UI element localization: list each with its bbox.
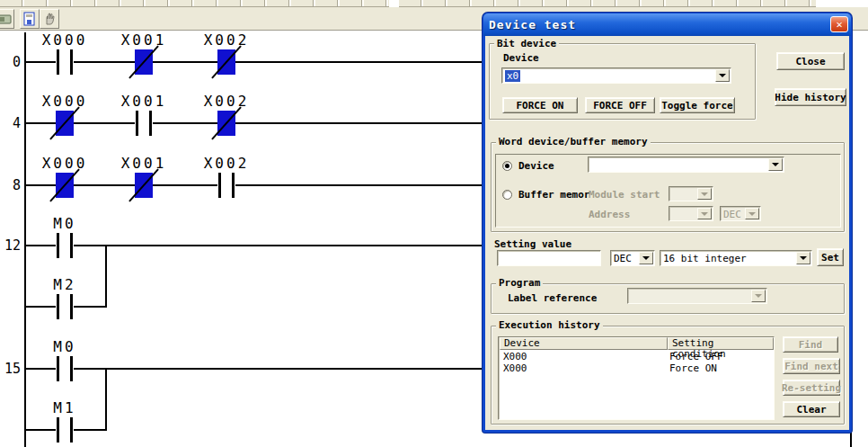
device-test-dialog: Device test ✕ Bit device Device x0 FORCE…: [483, 13, 852, 433]
buffer-memory-radio[interactable]: [502, 190, 512, 200]
contact-label-m0: M0: [31, 217, 99, 231]
module-start-label: Module start: [589, 189, 660, 201]
contact-label-x001: X001: [110, 156, 178, 171]
buffer-memory-radio-label: Buffer memor: [518, 189, 589, 201]
contact-label-x002: X002: [192, 33, 261, 48]
rung-number-0: 0: [0, 54, 21, 70]
branch-vertical-15: [105, 368, 107, 431]
contact-label-m0: M0: [31, 340, 99, 354]
contact-label-x000: X000: [31, 94, 99, 109]
contact-label-x002: X002: [192, 94, 261, 109]
close-button[interactable]: Close: [776, 52, 845, 70]
contact-bar: [70, 417, 73, 443]
execution-history-rows: X000Force OFFX000Force ON: [500, 351, 773, 418]
setting-dec-value: DEC: [614, 253, 632, 264]
contact-x001[interactable]: [135, 111, 153, 136]
close-icon[interactable]: ✕: [830, 16, 848, 32]
column-header-device[interactable]: Device: [500, 337, 668, 350]
dialog-title: Device test: [483, 18, 576, 31]
contact-bar: [70, 233, 73, 258]
contact-bar: [57, 49, 59, 75]
contact-m1[interactable]: [56, 417, 74, 443]
contact-bar: [232, 173, 235, 198]
find-next-button[interactable]: Find next: [783, 358, 840, 374]
contact-x001-forced[interactable]: [135, 49, 153, 75]
dialog-titlebar[interactable]: Device test: [483, 13, 851, 36]
execution-history-legend: Execution history: [496, 319, 603, 331]
contact-m0[interactable]: [56, 233, 74, 258]
row-setting-condition: Force OFF: [669, 351, 723, 362]
word-device-legend: Word device/buffer memory: [496, 136, 651, 148]
address-dec-value: DEC: [723, 209, 741, 220]
resetting-button[interactable]: Re-setting: [783, 380, 840, 396]
rung-number-15: 15: [0, 361, 21, 377]
rung-number-12: 12: [0, 237, 21, 254]
contact-label-m1: M1: [31, 401, 99, 416]
clear-button[interactable]: Clear: [783, 401, 840, 417]
contact-bar: [57, 417, 59, 443]
bit-device-value: x0: [505, 70, 520, 82]
bit-device-combobox[interactable]: x0: [501, 67, 731, 84]
contact-bar: [136, 111, 138, 136]
bit-device-legend: Bit device: [494, 38, 559, 49]
chevron-down-icon[interactable]: [715, 69, 730, 82]
row-device: X000: [503, 362, 527, 374]
contact-x002[interactable]: [217, 173, 235, 198]
word-device-combobox[interactable]: [588, 156, 784, 173]
setting-format-combobox[interactable]: 16 bit integer: [660, 250, 812, 266]
bit-device-device-label: Device: [503, 52, 539, 64]
setting-value-label: Setting value: [494, 238, 571, 250]
address-label: Address: [589, 209, 630, 220]
contact-x002-forced[interactable]: [217, 111, 235, 136]
contact-x000-forced[interactable]: [56, 173, 74, 198]
word-device-device-radio[interactable]: [502, 161, 512, 171]
table-row[interactable]: X000Force ON: [500, 362, 773, 374]
set-button[interactable]: Set: [817, 248, 844, 266]
branch-vertical-12: [105, 245, 107, 308]
chevron-down-icon[interactable]: [639, 252, 653, 264]
chevron-down-icon[interactable]: [768, 158, 783, 171]
contact-bar: [218, 173, 221, 198]
contact-bar: [57, 294, 59, 319]
hide-history-button[interactable]: Hide history: [775, 88, 846, 106]
contact-m2[interactable]: [56, 294, 74, 319]
contact-bar: [70, 294, 73, 319]
toggle-force-button[interactable]: Toggle force: [660, 97, 735, 113]
force-off-button[interactable]: FORCE OFF: [585, 97, 655, 113]
rung-number-8: 8: [0, 177, 21, 193]
rung-number-4: 4: [0, 115, 21, 131]
find-button[interactable]: Find: [783, 336, 838, 353]
word-device-device-radio-label: Device: [518, 160, 554, 172]
contact-bar: [149, 111, 152, 136]
setting-dec-combobox[interactable]: DEC: [610, 250, 655, 266]
row-device: X000: [503, 351, 527, 362]
address-combobox: [669, 206, 713, 221]
contact-bar: [57, 356, 59, 381]
label-reference-combobox: [627, 288, 767, 304]
column-header-setting-condition[interactable]: Setting condition: [668, 337, 774, 350]
chevron-down-icon: [697, 188, 712, 200]
force-on-button[interactable]: FORCE ON: [502, 97, 578, 113]
left-power-rail: [24, 32, 26, 447]
execution-history-table[interactable]: Device Setting condition X000Force OFFX0…: [498, 336, 775, 420]
program-legend: Program: [496, 277, 543, 289]
chevron-down-icon[interactable]: [796, 252, 810, 264]
contact-bar: [70, 356, 73, 381]
contact-x000[interactable]: [56, 49, 74, 75]
contact-m0[interactable]: [56, 356, 74, 381]
table-row[interactable]: X000Force OFF: [500, 351, 773, 362]
label-reference-label: Label reference: [508, 292, 597, 304]
contact-label-x002: X002: [192, 156, 261, 171]
module-start-combobox: [669, 186, 713, 201]
contact-bar: [70, 49, 73, 75]
contact-x000-forced[interactable]: [56, 111, 74, 136]
contact-label-x001: X001: [110, 33, 178, 48]
contact-x002-forced[interactable]: [217, 49, 235, 75]
app-window: 0X000X001X0024X000X001X0028X000X001X0021…: [0, 0, 868, 447]
setting-value-input[interactable]: [497, 250, 601, 266]
contact-label-m2: M2: [31, 278, 99, 292]
chevron-down-icon: [745, 208, 759, 219]
chevron-down-icon: [751, 290, 766, 302]
address-dec-combobox: DEC: [720, 206, 761, 221]
contact-x001-forced[interactable]: [135, 173, 153, 198]
